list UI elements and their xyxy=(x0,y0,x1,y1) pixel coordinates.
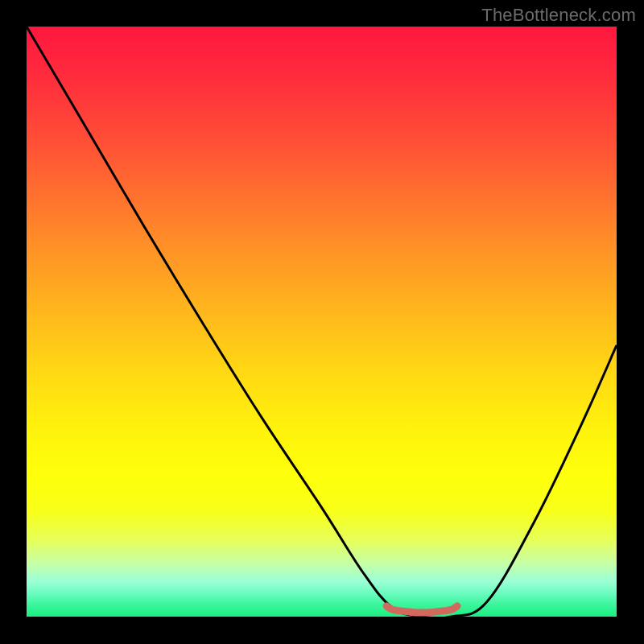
chart-frame: TheBottleneck.com xyxy=(0,0,644,644)
watermark-text: TheBottleneck.com xyxy=(481,5,636,26)
chart-svg xyxy=(27,27,617,617)
chart-plot-area xyxy=(27,27,617,617)
flat-band-path xyxy=(386,606,457,613)
bottleneck-curve-path xyxy=(27,27,617,617)
